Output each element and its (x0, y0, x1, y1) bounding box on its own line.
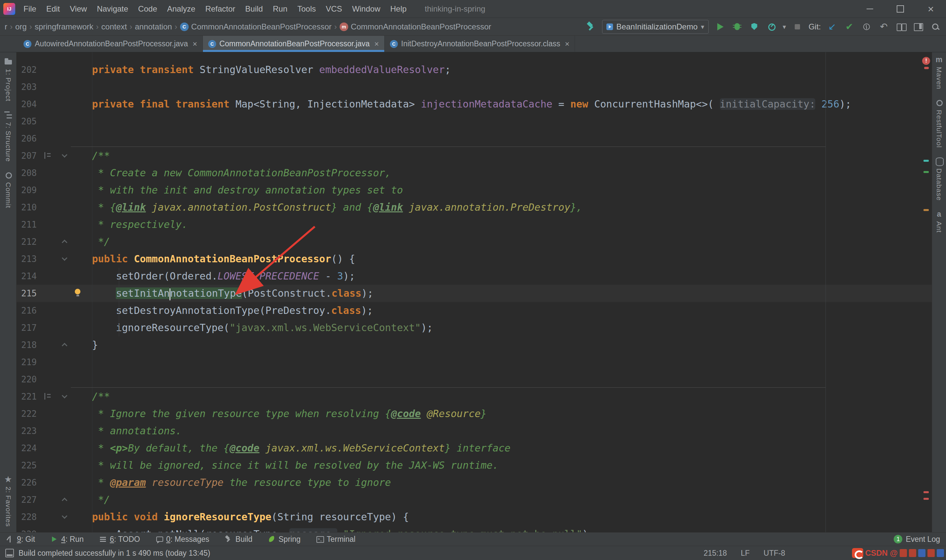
fold-region-start-icon[interactable] (62, 394, 67, 398)
line-separator[interactable]: LF (741, 549, 750, 558)
fold-region-end-icon[interactable] (62, 342, 67, 347)
fold-region-end-icon[interactable] (62, 497, 67, 502)
code-line-227[interactable]: 227 */ (17, 491, 932, 508)
code-line-204[interactable]: 204private final transient Map<String, I… (17, 95, 932, 113)
minimize-button[interactable] (855, 0, 885, 17)
background-tasks-icon[interactable] (5, 549, 14, 557)
fold-region-start-icon[interactable] (62, 514, 67, 519)
editor-tab-autowiredannotationbeanpostprocessor-java[interactable]: CAutowiredAnnotationBeanPostProcessor.ja… (18, 36, 203, 52)
menu-edit[interactable]: Edit (42, 0, 65, 17)
scrollbar-mark[interactable] (923, 171, 929, 173)
code-line-223[interactable]: 223 * annotations. (17, 422, 932, 440)
scrollbar-mark[interactable] (923, 491, 929, 493)
menu-help[interactable]: Help (385, 0, 411, 17)
menu-window[interactable]: Window (347, 0, 385, 17)
tool-window-button-build[interactable]: Build (224, 535, 252, 544)
editor[interactable]: 202private transient StringValueResolver… (17, 52, 932, 532)
code-line-212[interactable]: 212 */ (17, 233, 932, 251)
breadcrumb-item-annotation[interactable]: annotation (135, 22, 172, 31)
menu-tools[interactable]: Tools (292, 0, 321, 17)
inspections-widget[interactable]: ! (922, 57, 931, 69)
tool-window-button-spring[interactable]: Spring (268, 535, 300, 544)
close-icon[interactable]: × (374, 39, 379, 49)
menu-run[interactable]: Run (268, 0, 292, 17)
caret-position[interactable]: 215:18 (704, 549, 727, 558)
code-line-214[interactable]: 214 setOrder(Ordered.LOWEST_PRECEDENCE -… (17, 268, 932, 285)
menu-file[interactable]: File (18, 0, 42, 17)
code-line-221[interactable]: 221/** (17, 388, 932, 405)
editor-tab-commonannotationbeanpostprocessor-java[interactable]: CCommonAnnotationBeanPostProcessor.java× (203, 36, 385, 52)
code-line-203[interactable]: 203 (17, 78, 932, 95)
tool-button-7-structure[interactable]: 7: Structure (4, 110, 13, 162)
tool-button-ant[interactable]: aAnt (934, 209, 944, 233)
search-everywhere-button[interactable] (929, 21, 941, 33)
tool-button-maven[interactable]: mMaven (934, 55, 944, 89)
breadcrumb-item-context[interactable]: context (101, 22, 127, 31)
code-line-211[interactable]: 211 * respectively. (17, 216, 932, 233)
scrollbar-mark[interactable] (923, 498, 929, 500)
maximize-button[interactable] (885, 0, 915, 17)
breadcrumb-item-org[interactable]: org (15, 22, 27, 31)
fold-region-start-icon[interactable] (62, 256, 67, 261)
code-line-218[interactable]: 218} (17, 336, 932, 354)
event-log-button[interactable]: 1 Event Log (894, 535, 940, 544)
scrollbar-mark[interactable] (923, 160, 929, 162)
tool-window-button-terminal[interactable]: Terminal (316, 535, 356, 544)
coverage-button[interactable] (749, 21, 760, 33)
code-line-213[interactable]: 213public CommonAnnotationBeanPostProces… (17, 251, 932, 268)
menu-vcs[interactable]: VCS (321, 0, 347, 17)
breadcrumb-item-commonannotationbeanpostprocessor[interactable]: CCommonAnnotationBeanPostProcessor (180, 22, 332, 31)
file-encoding[interactable]: UTF-8 (764, 549, 785, 558)
build-hammer-icon[interactable] (585, 21, 597, 33)
breadcrumb-item-r[interactable]: r (5, 22, 7, 31)
code-line-205[interactable]: 205 (17, 113, 932, 130)
code-line-219[interactable]: 219 (17, 354, 932, 371)
menu-analyze[interactable]: Analyze (162, 0, 200, 17)
debug-button[interactable] (731, 21, 743, 33)
scrollbar-mark[interactable] (923, 209, 929, 211)
menu-navigate[interactable]: Navigate (92, 0, 133, 17)
menu-code[interactable]: Code (133, 0, 162, 17)
editor-tab-initdestroyannotationbeanpostprocessor-class[interactable]: CInitDestroyAnnotationBeanPostProcessor.… (385, 36, 575, 52)
git-commit-button[interactable]: ✔ (843, 21, 855, 33)
fold-region-end-icon[interactable] (62, 239, 67, 244)
tool-window-button-run[interactable]: 4: Run (50, 535, 84, 544)
tool-window-button-git[interactable]: 9: Git (6, 535, 35, 544)
tool-button-1-project[interactable]: 1: Project (4, 57, 13, 102)
code-line-209[interactable]: 209 * with the init and destroy annotati… (17, 182, 932, 199)
code-line-202[interactable]: 202private transient StringValueResolver… (17, 61, 932, 78)
run-button[interactable] (714, 21, 726, 33)
tool-button-commit[interactable]: Commit (4, 170, 13, 208)
code-line-225[interactable]: 225 * will be ignored, since it will be … (17, 457, 932, 474)
code-line-228[interactable]: 228public void ignoreResourceType(String… (17, 508, 932, 526)
code-line-207[interactable]: 207/** (17, 147, 932, 165)
profiler-chevron-icon[interactable]: ▾ (783, 23, 786, 31)
code-line-206[interactable]: 206 (17, 130, 932, 147)
tool-window-button-messages[interactable]: 0: Messages (155, 535, 209, 544)
render-doc-icon[interactable] (44, 393, 52, 400)
diff-viewer-button[interactable] (895, 21, 907, 33)
tool-button-restfultool[interactable]: RestfulTool (934, 98, 944, 148)
code-line-222[interactable]: 222 * Ignore the given resource type whe… (17, 405, 932, 422)
code-line-220[interactable]: 220 (17, 371, 932, 388)
stop-button[interactable] (792, 21, 803, 33)
close-icon[interactable]: × (193, 39, 197, 49)
code-line-226[interactable]: 226 * @param resourceType the resource t… (17, 474, 932, 491)
menu-view[interactable]: View (65, 0, 92, 17)
git-update-button[interactable]: ↙ (826, 21, 838, 33)
menu-refactor[interactable]: Refactor (200, 0, 240, 17)
render-doc-icon[interactable] (44, 152, 52, 159)
code-line-210[interactable]: 210 * {@link javax.annotation.PostConstr… (17, 199, 932, 216)
profiler-button[interactable] (766, 21, 778, 33)
intention-bulb-icon[interactable] (74, 289, 82, 297)
run-configuration-select[interactable]: BeanInitializationDemo ▾ (602, 20, 709, 34)
git-rollback-button[interactable]: ↶ (878, 21, 890, 33)
code-line-215[interactable]: 215 setInitAnnotationType(PostConstruct.… (17, 285, 932, 302)
close-icon[interactable]: × (565, 39, 569, 49)
code-line-229[interactable]: 229 Assert.notNull(resourceType, message… (17, 526, 932, 532)
breadcrumb-item-springframework[interactable]: springframework (35, 22, 93, 31)
menu-build[interactable]: Build (240, 0, 268, 17)
code-line-217[interactable]: 217 ignoreResourceType("javax.xml.ws.Web… (17, 319, 932, 336)
fold-region-start-icon[interactable] (62, 153, 67, 158)
code-line-216[interactable]: 216 setDestroyAnnotationType(PreDestroy.… (17, 302, 932, 319)
